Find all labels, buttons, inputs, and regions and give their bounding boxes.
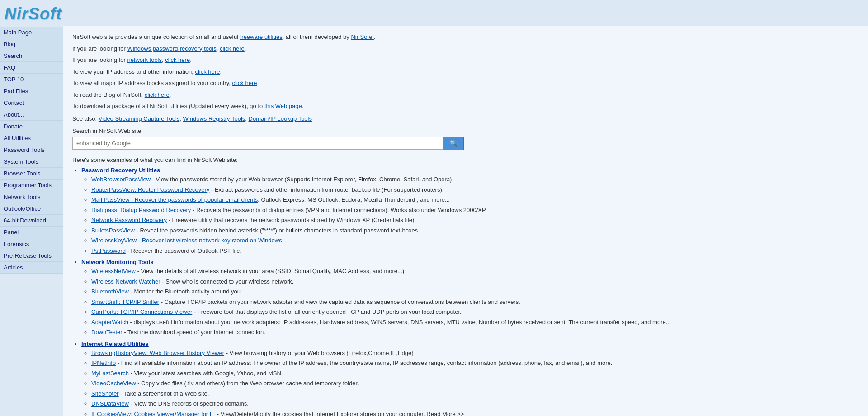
- sidebar-item-donate[interactable]: Donate: [0, 121, 63, 132]
- sidebar-item-browser-tools[interactable]: Browser Tools: [0, 168, 63, 180]
- item-link[interactable]: IPNetInfo: [91, 359, 116, 366]
- sidebar-item-top10[interactable]: TOP 10: [0, 74, 63, 85]
- sub-list: WebBrowserPassView - View the passwords …: [91, 175, 859, 255]
- item-description: - View the DNS records of specified doma…: [129, 400, 249, 407]
- see-also-registry[interactable]: Windows Registry Tools: [183, 115, 245, 122]
- list-item: BulletsPassView - Reveal the passwords h…: [91, 226, 859, 235]
- item-description: - View your latest searches with Google,…: [129, 370, 283, 377]
- intro-line-1: NirSoft web site provides a unique colle…: [72, 33, 859, 42]
- item-description: : Outlook Express, MS Outlook, Eudora, M…: [258, 196, 450, 203]
- sidebar-item-pad-files[interactable]: Pad Files: [0, 85, 63, 97]
- site-logo: NirSoft: [5, 5, 62, 23]
- item-link[interactable]: IECookiesView: Cookies Viewer/Manager fo…: [91, 411, 215, 416]
- item-description: - Find all available information about a…: [116, 359, 612, 366]
- search-input[interactable]: [72, 137, 443, 150]
- sidebar-item-search[interactable]: Search: [0, 50, 63, 62]
- item-link[interactable]: PstPassword: [91, 247, 126, 254]
- main-content: NirSoft web site provides a unique colle…: [63, 26, 868, 416]
- see-also-section: See also: Video Streaming Capture Tools,…: [72, 115, 859, 122]
- item-link[interactable]: BulletsPassView: [91, 227, 135, 234]
- see-also-domain[interactable]: Domain/IP Lookup Tools: [249, 115, 312, 122]
- item-description: - View the details of all wireless netwo…: [136, 268, 404, 274]
- sidebar-item-outlook-office[interactable]: Outlook/Office: [0, 203, 63, 215]
- intro-line-7: To download a package of all NirSoft uti…: [72, 102, 859, 111]
- click-here-4[interactable]: click here: [232, 80, 257, 86]
- item-link[interactable]: RouterPassView: Router Password Recovery: [91, 186, 209, 193]
- item-description: - Freeware tool that displays the list o…: [192, 308, 461, 315]
- windows-password-recovery-link[interactable]: Windows password-recovery tools: [127, 45, 216, 52]
- item-description: - Capture TCP/IP packets on your network…: [159, 298, 520, 305]
- click-here-2[interactable]: click here: [165, 57, 190, 63]
- sidebar-item-main-page[interactable]: Main Page: [0, 27, 63, 38]
- sidebar-item-forensics[interactable]: Forensics: [0, 238, 63, 250]
- sidebar-item-panel[interactable]: Panel: [0, 227, 63, 238]
- list-item: IPNetInfo - Find all available informati…: [91, 359, 859, 368]
- list-item: WirelessKeyView - Recover lost wireless …: [91, 236, 859, 245]
- item-link[interactable]: WebBrowserPassView: [91, 176, 151, 183]
- item-description: - Reveal the passwords hidden behind ast…: [135, 227, 420, 234]
- item-link[interactable]: Wireless Network Watcher: [91, 278, 160, 285]
- item-link[interactable]: BrowsingHistoryView: Web Browser History…: [91, 350, 224, 356]
- nir-sofer-link[interactable]: Nir Sofer: [351, 33, 374, 40]
- sidebar-item-about[interactable]: About...: [0, 109, 63, 121]
- search-label: Search in NirSoft Web site:: [72, 128, 859, 134]
- intro-line-2: If you are looking for Windows password-…: [72, 44, 859, 53]
- sidebar-item-programmer-tools[interactable]: Programmer Tools: [0, 180, 63, 191]
- list-item: PstPassword - Recover the password of Ou…: [91, 246, 859, 255]
- sidebar-item-all-utilities[interactable]: All Utilities: [0, 132, 63, 144]
- item-link[interactable]: MyLastSearch: [91, 370, 129, 377]
- item-description: - View/Delete/Modify the cookies that In…: [215, 411, 464, 416]
- item-link[interactable]: WirelessNetView: [91, 268, 136, 274]
- item-link[interactable]: Mail PassView - Recover the passwords of…: [91, 196, 258, 203]
- sidebar-item-blog[interactable]: Blog: [0, 38, 63, 50]
- list-item: RouterPassView: Router Password Recovery…: [91, 185, 859, 194]
- section-item: Password Recovery UtilitiesWebBrowserPas…: [81, 167, 859, 255]
- examples-heading: Here's some examples of what you can fin…: [72, 156, 859, 165]
- item-link[interactable]: Dialupass: Dialup Password Recovery: [91, 207, 191, 213]
- list-item: BrowsingHistoryView: Web Browser History…: [91, 349, 859, 358]
- section-title-network-monitoring-tools[interactable]: Network Monitoring Tools: [81, 259, 153, 265]
- click-here-3[interactable]: click here: [195, 68, 220, 75]
- sidebar-item-password-tools[interactable]: Password Tools: [0, 144, 63, 156]
- search-button[interactable]: 🔍: [443, 137, 464, 150]
- freeware-utilities-link[interactable]: freeware utilities: [240, 33, 283, 40]
- see-also-video[interactable]: Video Streaming Capture Tools: [99, 115, 179, 122]
- click-here-1[interactable]: click here: [220, 45, 245, 52]
- network-tools-link[interactable]: network tools: [127, 57, 162, 63]
- web-page-link[interactable]: this Web page: [264, 103, 302, 109]
- list-item: MyLastSearch - View your latest searches…: [91, 369, 859, 378]
- list-item: CurrPorts: TCP/IP Connections Viewer - F…: [91, 307, 859, 317]
- item-link[interactable]: CurrPorts: TCP/IP Connections Viewer: [91, 308, 192, 315]
- list-item: DownTester - Test the download speed of …: [91, 328, 859, 337]
- item-description: - Recovers the passwords of dialup entri…: [191, 207, 486, 213]
- sidebar-item-pre-release-tools[interactable]: Pre-Release Tools: [0, 250, 63, 262]
- click-here-5[interactable]: click here: [145, 91, 170, 98]
- list-item: BluetoothView - Monitor the Bluetooth ac…: [91, 287, 859, 296]
- sidebar-item-system-tools[interactable]: System Tools: [0, 156, 63, 168]
- item-description: - Test the download speed of your Intern…: [123, 329, 265, 336]
- item-link[interactable]: DNSDataView: [91, 400, 129, 407]
- item-link[interactable]: AdapterWatch: [91, 319, 128, 326]
- list-item: WirelessNetView - View the details of al…: [91, 267, 859, 276]
- sidebar-item-contact[interactable]: Contact: [0, 97, 63, 109]
- sidebar-item-articles[interactable]: Articles: [0, 262, 63, 274]
- intro-line-6: To read the Blog of NirSoft, click here.: [72, 90, 859, 99]
- item-link[interactable]: Network Password Recovery: [91, 217, 167, 223]
- item-link[interactable]: VideoCacheView: [91, 380, 136, 387]
- sidebar-item-faq[interactable]: FAQ: [0, 62, 63, 74]
- item-link[interactable]: DownTester: [91, 329, 123, 336]
- item-link[interactable]: BluetoothView: [91, 288, 129, 295]
- item-link[interactable]: SmartSniff: TCP/IP Sniffer: [91, 298, 159, 305]
- item-link[interactable]: SiteShoter: [91, 390, 119, 397]
- item-link[interactable]: WirelessKeyView - Recover lost wireless …: [91, 237, 282, 244]
- sidebar-item-64bit-download[interactable]: 64-bit Download: [0, 215, 63, 227]
- item-description: - displays useful information about your…: [128, 319, 671, 326]
- sidebar-item-network-tools[interactable]: Network Tools: [0, 191, 63, 203]
- intro-section: NirSoft web site provides a unique colle…: [72, 33, 859, 111]
- intro-line-5: To view all major IP address blocks assi…: [72, 79, 859, 88]
- sub-list: BrowsingHistoryView: Web Browser History…: [91, 349, 859, 416]
- section-title-password-recovery-utilities[interactable]: Password Recovery Utilities: [81, 167, 160, 174]
- item-description: - Monitor the Bluetooth activity around …: [129, 288, 242, 295]
- section-title-internet-related-utilities[interactable]: Internet Related Utilities: [81, 340, 149, 347]
- list-item: Dialupass: Dialup Password Recovery - Re…: [91, 206, 859, 215]
